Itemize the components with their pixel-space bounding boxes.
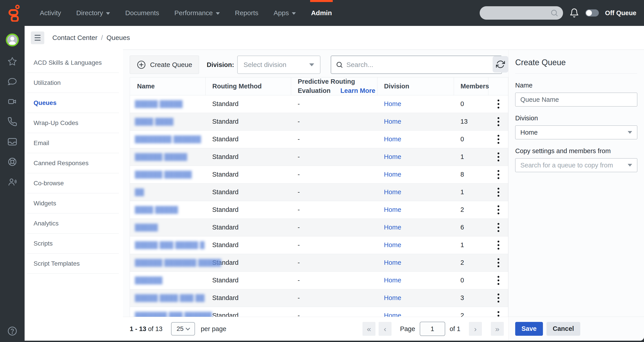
row-actions-kebab-menu[interactable]	[498, 258, 499, 267]
chat-icon	[8, 77, 17, 86]
col-header-actions	[488, 77, 508, 95]
per-page-label: per page	[201, 325, 226, 333]
row-actions-kebab-menu[interactable]	[498, 135, 499, 144]
queue-name-link-redacted[interactable]: ████ ████	[135, 118, 173, 125]
row-actions-kebab-menu[interactable]	[498, 170, 499, 179]
nav-item[interactable]: Activity	[32, 0, 69, 26]
help-button[interactable]	[0, 326, 24, 336]
interactions-button[interactable]	[7, 177, 18, 187]
global-search-input[interactable]	[480, 6, 563, 20]
nav-item[interactable]: Documents	[118, 0, 167, 26]
division-link[interactable]: Home	[384, 224, 401, 231]
favorites-button[interactable]	[7, 56, 18, 66]
next-page-button[interactable]: ›	[469, 322, 482, 336]
queue-name-input[interactable]	[520, 96, 632, 103]
page-number-input[interactable]	[420, 322, 445, 336]
nav-item[interactable]: Apps	[266, 0, 304, 26]
col-header-members: Members	[454, 77, 488, 95]
row-actions-kebab-menu[interactable]	[498, 276, 499, 285]
queue-name-link-redacted[interactable]: ██████ ██████	[135, 171, 192, 178]
learn-more-link[interactable]: Learn More	[340, 87, 375, 94]
row-actions-kebab-menu[interactable]	[498, 188, 499, 197]
save-button[interactable]: Save	[515, 322, 543, 336]
sidebar-menu-item-label: ACD Skills & Languages	[34, 59, 102, 66]
queue-name-link-redacted[interactable]: ████████ ██████	[135, 136, 201, 143]
queue-name-link-redacted[interactable]: █████ ███ █████ █	[135, 241, 204, 248]
first-page-button[interactable]: «	[362, 322, 376, 336]
division-link[interactable]: Home	[384, 241, 401, 248]
queue-name-link-redacted[interactable]: ██████ █████	[135, 153, 187, 160]
division-link[interactable]: Home	[384, 294, 401, 301]
division-link[interactable]: Home	[384, 100, 401, 107]
avatar[interactable]	[6, 33, 19, 46]
division-link[interactable]: Home	[384, 118, 401, 125]
division-link[interactable]: Home	[384, 171, 401, 178]
per-page-select[interactable]: 25	[171, 322, 195, 336]
calls-button[interactable]	[7, 117, 18, 127]
nav-item[interactable]: Performance	[167, 0, 228, 26]
chevron-down-icon	[628, 131, 632, 134]
last-page-button[interactable]: »	[491, 322, 504, 336]
predictive-routing-cell: -	[291, 113, 377, 130]
row-actions-kebab-menu[interactable]	[498, 205, 499, 214]
row-actions-kebab-menu[interactable]	[498, 294, 499, 303]
chevron-down-icon	[106, 12, 110, 15]
row-actions-kebab-menu[interactable]	[498, 117, 499, 126]
division-filter-select[interactable]: Select division	[237, 56, 320, 74]
queue-search-input[interactable]: Search...	[331, 56, 502, 74]
row-actions-kebab-menu[interactable]	[498, 153, 499, 162]
predictive-routing-cell: -	[291, 148, 377, 166]
routing-method-cell: Standard	[206, 166, 291, 183]
create-queue-button[interactable]: Create Queue	[130, 56, 199, 74]
notifications-button[interactable]	[569, 8, 579, 18]
off-queue-toggle[interactable]	[586, 9, 599, 16]
support-button[interactable]	[7, 157, 18, 167]
nav-item[interactable]: Directory	[69, 0, 118, 26]
division-link[interactable]: Home	[384, 259, 401, 266]
chat-button[interactable]	[7, 76, 18, 87]
copy-settings-select[interactable]: Search for a queue to copy from	[515, 158, 637, 172]
table-row: █████ ████ ███ ██ Standard - Home 3	[130, 289, 508, 307]
search-icon	[336, 61, 343, 69]
row-actions-kebab-menu[interactable]	[498, 223, 499, 232]
sidebar-menu-item[interactable]: Canned Responses	[27, 153, 119, 173]
predictive-routing-cell: -	[291, 166, 377, 183]
nav-item[interactable]: Admin	[304, 0, 340, 26]
cancel-button[interactable]: Cancel	[546, 322, 580, 336]
queue-name-link-redacted[interactable]: █████ █████	[135, 100, 183, 107]
queue-name-link-redacted[interactable]: ██████	[135, 277, 162, 284]
sidebar-menu-item[interactable]: ACD Skills & Languages	[27, 53, 119, 73]
division-link[interactable]: Home	[384, 206, 401, 213]
breadcrumb-contact-center[interactable]: Contact Center	[52, 34, 98, 41]
sidebar-menu-item[interactable]: Scripts	[27, 233, 119, 254]
sidebar-menu-item[interactable]: Co-browse	[27, 173, 119, 193]
division-link[interactable]: Home	[384, 188, 401, 195]
row-actions-kebab-menu[interactable]	[498, 241, 499, 250]
sidebar-menu-item[interactable]: Email	[27, 133, 119, 153]
sidebar-menu-item[interactable]: Wrap-Up Codes	[27, 113, 119, 133]
division-link[interactable]: Home	[384, 277, 401, 284]
nav-item[interactable]: Reports	[228, 0, 266, 26]
inbox-button[interactable]	[7, 137, 18, 147]
queue-name-link-redacted[interactable]: █████	[135, 224, 158, 231]
queue-name-link-redacted[interactable]: ██████ ███████ █████	[135, 259, 221, 266]
collapse-menu-button[interactable]	[31, 31, 44, 44]
row-actions-kebab-menu[interactable]	[498, 100, 499, 109]
queue-name-link-redacted[interactable]: ██	[135, 188, 144, 195]
division-select[interactable]: Home	[515, 126, 637, 139]
sidebar-menu-item[interactable]: Script Templates	[27, 254, 119, 274]
division-link[interactable]: Home	[384, 153, 401, 160]
sidebar-menu-item[interactable]: Analytics	[27, 213, 119, 233]
sidebar-menu-item[interactable]: Queues	[27, 93, 119, 113]
division-link[interactable]: Home	[384, 136, 401, 143]
queue-name-link-redacted[interactable]: ████ █████	[135, 206, 178, 213]
queue-name-link-redacted[interactable]: █████ ████ ███ ██	[135, 294, 204, 301]
prev-page-button[interactable]: ‹	[378, 322, 392, 336]
sidebar-menu-item[interactable]: Widgets	[27, 193, 119, 213]
copy-settings-placeholder: Search for a queue to copy from	[520, 162, 613, 169]
video-button[interactable]	[7, 96, 18, 107]
routing-method-cell: Standard	[206, 113, 291, 130]
sidebar-menu-item[interactable]: Utilization	[27, 73, 119, 93]
refresh-button[interactable]	[492, 56, 508, 73]
top-navigation-bar: Activity Directory Documents Performance…	[0, 0, 644, 26]
